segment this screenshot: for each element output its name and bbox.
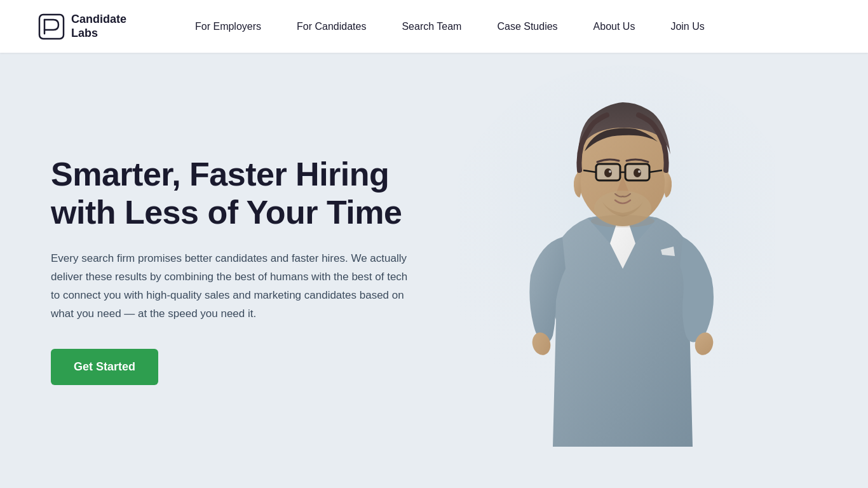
get-started-button[interactable]: Get Started <box>51 349 158 385</box>
svg-point-15 <box>609 170 611 173</box>
nav-item-case-studies: Case Studies <box>479 0 575 53</box>
svg-point-14 <box>634 168 641 177</box>
svg-rect-0 <box>39 15 64 39</box>
hero-image-area <box>458 53 830 488</box>
hero-content: Smarter, Faster Hiring with Less of Your… <box>51 156 458 384</box>
logo-icon <box>38 13 65 40</box>
svg-point-16 <box>638 170 641 173</box>
hero-description: Every search firm promises better candid… <box>51 250 419 323</box>
svg-point-18 <box>591 215 654 227</box>
hero-title: Smarter, Faster Hiring with Less of Your… <box>51 156 432 232</box>
logo-link[interactable]: CandidateLabs <box>38 13 126 40</box>
nav-link-join-us[interactable]: Join Us <box>653 0 722 53</box>
svg-point-13 <box>604 168 612 177</box>
nav-item-for-employers: For Employers <box>177 0 279 53</box>
nav-links: For Employers For Candidates Search Team… <box>177 0 722 53</box>
nav-link-for-candidates[interactable]: For Candidates <box>279 0 384 53</box>
hero-person-illustration <box>458 53 830 488</box>
nav-item-join-us: Join Us <box>653 0 722 53</box>
nav-link-for-employers[interactable]: For Employers <box>177 0 279 53</box>
nav-link-search-team[interactable]: Search Team <box>384 0 479 53</box>
nav-item-about-us: About Us <box>576 0 653 53</box>
navbar: CandidateLabs For Employers For Candidat… <box>0 0 868 53</box>
nav-item-search-team: Search Team <box>384 0 479 53</box>
hero-section: Smarter, Faster Hiring with Less of Your… <box>0 53 868 488</box>
brand-name: CandidateLabs <box>71 13 126 40</box>
nav-link-case-studies[interactable]: Case Studies <box>479 0 575 53</box>
nav-item-for-candidates: For Candidates <box>279 0 384 53</box>
nav-link-about-us[interactable]: About Us <box>576 0 653 53</box>
